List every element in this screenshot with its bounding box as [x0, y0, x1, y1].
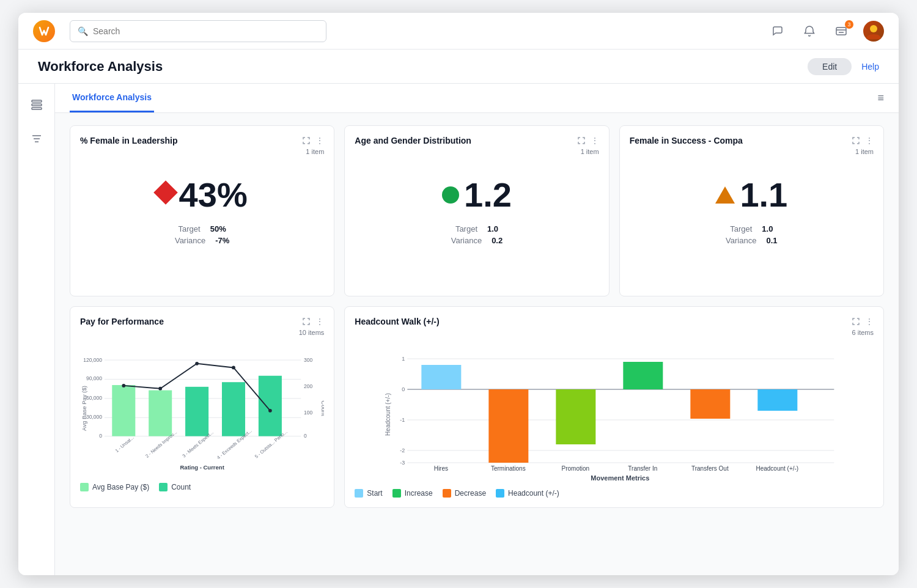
kpi-target-row: Target 50%	[179, 224, 226, 233]
search-bar[interactable]: 🔍	[70, 20, 326, 42]
card-hc-title: Headcount Walk (+/-)	[355, 317, 439, 326]
svg-text:Transfers Out: Transfers Out	[691, 465, 729, 472]
hc-chart-area: Headcount (+/-) 1 0 -1 -2 -3	[355, 341, 874, 484]
expand-icon[interactable]	[302, 136, 311, 145]
app-logo	[33, 20, 55, 42]
hc-legend-increase: Increase	[392, 489, 433, 498]
kpi-female-success-meta: Target 1.0 Variance 0.1	[726, 224, 777, 245]
kpi-female-leadership-content: 43% Target 50% Variance -7%	[80, 160, 324, 255]
dashboard-grid: % Female in Leadership ⋮ 1 item	[55, 113, 899, 520]
svg-text:30,000: 30,000	[86, 414, 102, 420]
hc-legend-increase-label: Increase	[405, 489, 433, 498]
card-pfp-count: 10 items	[80, 329, 324, 336]
card-female-success-header-right: ⋮	[852, 136, 874, 145]
main-content: Workforce Analysis ≡ % Female in Leaders…	[18, 84, 899, 575]
page-header-actions: Edit Help	[808, 58, 879, 75]
pfp-more-icon[interactable]: ⋮	[315, 317, 324, 326]
notification-icon-btn[interactable]	[800, 21, 819, 41]
kpi-female-leadership-meta: Target 50% Variance -7%	[175, 224, 229, 245]
svg-text:Promotion: Promotion	[562, 465, 590, 472]
card-age-gender-header: Age and Gender Distribution ⋮	[355, 136, 598, 145]
inbox-icon-btn[interactable]: 3	[831, 21, 851, 41]
card-headcount-walk: Headcount Walk (+/-) ⋮ 6 items	[344, 306, 884, 508]
svg-text:-1: -1	[400, 417, 405, 423]
age-expand-icon[interactable]	[577, 136, 586, 145]
svg-rect-3	[32, 104, 42, 106]
edit-button[interactable]: Edit	[808, 58, 852, 75]
inbox-badge: 3	[845, 20, 853, 29]
age-more-icon[interactable]: ⋮	[591, 136, 599, 145]
hc-legend-decrease-label: Decrease	[455, 489, 486, 498]
svg-text:Hires: Hires	[434, 465, 448, 472]
success-target-value: 1.0	[762, 224, 773, 233]
pfp-legend-avg-swatch	[80, 483, 89, 491]
svg-text:1: 1	[402, 356, 405, 362]
top-nav: 🔍 3	[18, 13, 899, 50]
kpi-age-value-row: 1.2	[442, 175, 512, 215]
hc-legend-headcount-label: Headcount (+/-)	[508, 489, 559, 498]
svg-text:0: 0	[304, 433, 307, 439]
kpi-value-row: 43%	[157, 175, 248, 215]
pfp-legend-count-swatch	[159, 483, 168, 491]
more-icon[interactable]: ⋮	[315, 136, 324, 145]
hc-expand-icon[interactable]	[852, 317, 860, 326]
card-female-success: Female in Success - Compa ⋮ 1 item	[619, 125, 884, 296]
kpi-circle-icon	[442, 186, 459, 204]
help-link[interactable]: Help	[861, 62, 879, 72]
card-pay-performance: Pay for Performance ⋮ 10 items	[70, 306, 334, 508]
pfp-chart-area: Avg Base Pay ($) Count 120,000 90,000 60…	[80, 341, 324, 478]
pfp-bar-2	[149, 391, 172, 436]
hc-chart-svg: Headcount (+/-) 1 0 -1 -2 -3	[355, 341, 874, 482]
tabs-bar-menu-icon[interactable]: ≡	[877, 92, 884, 105]
chat-icon-btn[interactable]	[768, 21, 787, 41]
success-expand-icon[interactable]	[852, 136, 860, 145]
kpi-age-gender-content: 1.2 Target 1.0 Variance 0.2	[355, 160, 598, 255]
card-female-success-title: Female in Success - Compa	[630, 136, 743, 145]
kpi-female-success-value: 1.1	[740, 175, 787, 215]
success-variance-label: Variance	[726, 236, 756, 245]
hc-bar-transfersout	[691, 389, 731, 419]
sidebar-menu-icon[interactable]	[26, 94, 48, 116]
kpi-success-value-row: 1.1	[715, 175, 787, 215]
card-hc-count: 6 items	[355, 329, 874, 336]
kpi-diamond-icon	[153, 180, 178, 205]
target-value: 50%	[210, 224, 226, 233]
kpi-female-success-content: 1.1 Target 1.0 Variance 0.1	[630, 160, 874, 255]
nav-icons: 3	[768, 21, 884, 42]
kpi-age-target-row: Target 1.0	[455, 224, 498, 233]
page-title: Workforce Analysis	[38, 59, 163, 75]
svg-text:Terminations: Terminations	[491, 465, 526, 472]
hc-bar-promotion	[556, 389, 596, 444]
search-icon: 🔍	[78, 26, 88, 36]
svg-text:Movement Metrics: Movement Metrics	[591, 474, 650, 482]
success-more-icon[interactable]: ⋮	[865, 136, 874, 145]
hc-legend-increase-swatch	[392, 489, 401, 498]
pfp-expand-icon[interactable]	[302, 317, 311, 326]
hc-bar-headcount	[758, 389, 798, 411]
pfp-legend-avg: Avg Base Pay ($)	[80, 483, 149, 491]
pfp-legend-count: Count	[159, 483, 191, 491]
pfp-chart-svg: Avg Base Pay ($) Count 120,000 90,000 60…	[80, 341, 324, 476]
tab-workforce-analysis[interactable]: Workforce Analysis	[70, 84, 154, 112]
svg-text:60,000: 60,000	[86, 395, 102, 401]
search-input[interactable]	[93, 26, 319, 36]
hc-legend: Start Increase Decrease Headcount (	[355, 489, 874, 498]
svg-text:Transfer In: Transfer In	[628, 465, 658, 472]
svg-text:Headcount (+/-): Headcount (+/-)	[756, 465, 799, 472]
pfp-dot-2	[158, 387, 162, 391]
kpi-age-variance-row: Variance 0.2	[451, 236, 503, 245]
card-pfp-header-right: ⋮	[302, 317, 324, 326]
sidebar-filter-icon[interactable]	[26, 128, 48, 150]
pfp-legend-avg-label: Avg Base Pay ($)	[92, 483, 149, 491]
kpi-age-gender-meta: Target 1.0 Variance 0.2	[451, 224, 503, 245]
hc-bar-transferin	[624, 362, 663, 389]
hc-more-icon[interactable]: ⋮	[865, 317, 874, 326]
svg-rect-4	[32, 108, 42, 109]
user-avatar[interactable]	[863, 21, 884, 42]
svg-text:-2: -2	[400, 447, 405, 454]
age-target-value: 1.0	[487, 224, 498, 233]
hc-legend-headcount: Headcount (+/-)	[496, 489, 559, 498]
card-female-success-header: Female in Success - Compa ⋮	[630, 136, 874, 145]
svg-rect-0	[836, 28, 846, 35]
pfp-legend-count-label: Count	[171, 483, 191, 491]
